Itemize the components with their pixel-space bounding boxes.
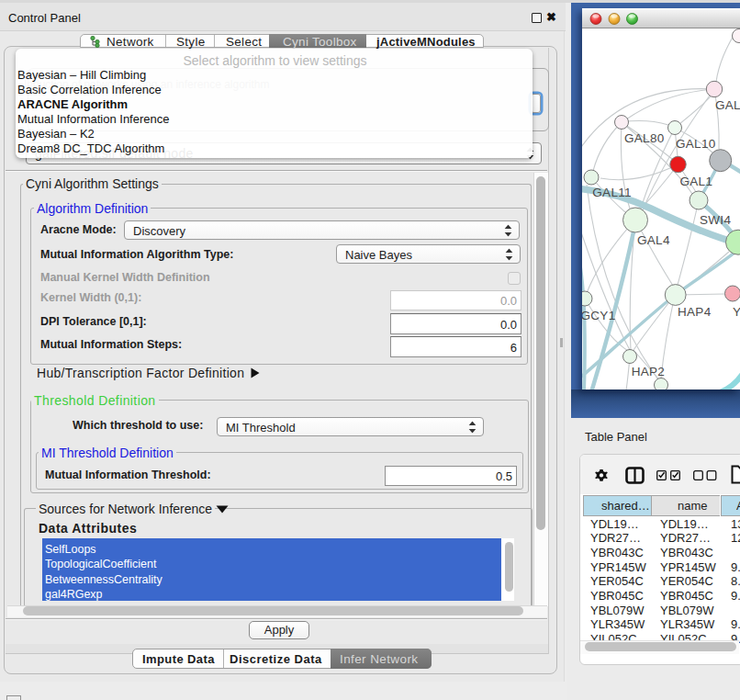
svg-text:GAL10: GAL10 <box>676 137 716 151</box>
svg-text:HAP2: HAP2 <box>632 365 665 378</box>
svg-text:GCY1: GCY1 <box>582 309 615 322</box>
svg-text:YJL: YJL <box>733 305 740 319</box>
svg-text:GAL2: GAL2 <box>715 98 740 112</box>
svg-text:GAL80: GAL80 <box>624 131 665 145</box>
svg-text:HAP4: HAP4 <box>678 305 712 319</box>
svg-text:GAL1: GAL1 <box>680 175 713 188</box>
svg-text:SWI4: SWI4 <box>700 213 731 227</box>
svg-text:GAL4: GAL4 <box>637 233 670 247</box>
svg-text:GAL11: GAL11 <box>592 186 632 199</box>
